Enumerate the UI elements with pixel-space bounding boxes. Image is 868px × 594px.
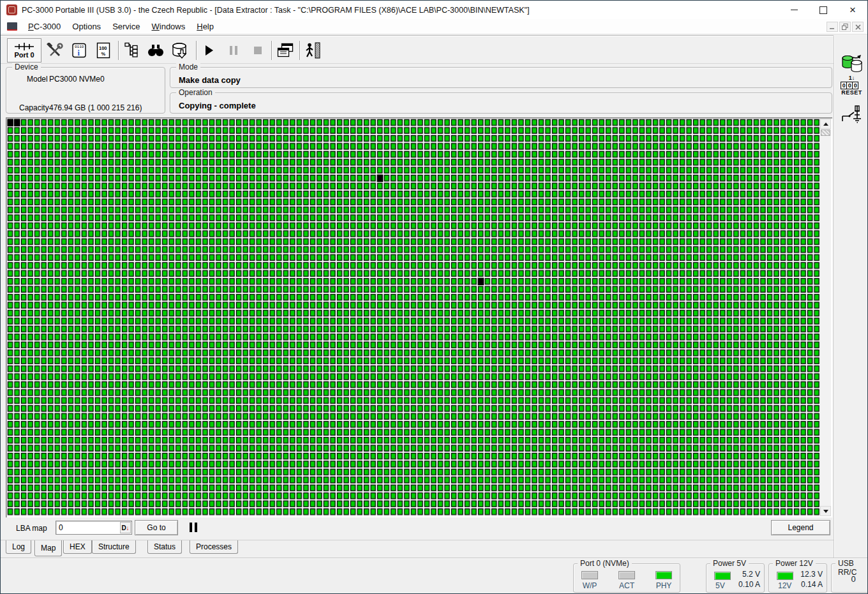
mdi-minimize-icon[interactable] [827,22,838,32]
legend-button-label: Legend [788,523,813,532]
power-12v-led-icon [777,572,793,580]
sector-map-grid[interactable] [7,119,820,519]
goto-button-label: Go to [147,523,165,532]
sector-map-panel[interactable] [6,117,832,517]
exit-icon [304,42,321,59]
log-scroll-icon: 0110 i [71,42,87,59]
view-tabs: LogMapHEXStructureStatusProcesses [1,540,834,556]
mdi-restore-icon[interactable] [839,22,851,32]
operation-value: Copying - complete [179,101,256,110]
app-window: PC-3000 Portable III (USB 3.0) - the Cze… [0,0,868,594]
power-12v-led-label: 12V [778,581,791,590]
port-0-label: Port 0 [14,52,34,59]
power-12v-current: 0.14 A [801,580,823,589]
mdi-document-icon[interactable] [7,22,17,31]
device-group: Device Model PC3000 NVMe0 Capacity 476.9… [6,67,165,114]
start-button[interactable] [197,38,221,63]
led-icon [618,571,635,579]
mode-value: Make data copy [179,75,241,85]
binoculars-icon [147,43,165,57]
port-0-button[interactable]: Port 0 [7,38,41,63]
map-scrollbar[interactable] [820,119,831,516]
port-connector-icon [13,42,35,51]
title-bar: PC-3000 Portable III (USB 3.0) - the Cze… [1,1,867,19]
window-controls: × [779,1,867,19]
percent-doc-icon: 100 % [96,42,111,59]
pause-button[interactable] [221,38,246,63]
close-icon[interactable]: × [838,1,867,19]
statistics-button[interactable]: 100 % [91,38,116,63]
led-icon [655,571,672,579]
tab-processes[interactable]: Processes [190,540,238,554]
scroll-up-icon[interactable] [820,119,831,129]
mode-group: Mode Make data copy [170,67,832,88]
legend-button[interactable]: Legend [771,520,830,535]
mdi-close-icon[interactable] [852,22,864,32]
led-label: W/P [583,581,597,590]
power-5v-led-label: 5V [715,581,725,590]
port-led-wp: W/P [581,571,598,590]
led-icon [581,571,598,579]
tab-status[interactable]: Status [147,540,182,554]
port-led-phy: PHY [655,571,672,590]
status-bar: Port 0 (NVMe) W/PACTPHY Power 5V 5V 5.2 … [1,558,868,594]
tools-button[interactable] [43,38,67,63]
exit-button[interactable] [301,38,325,63]
stop-button[interactable] [246,38,270,63]
lba-map-label: LBA map [16,524,47,533]
port-status-group: Port 0 (NVMe) W/PACTPHY [573,563,680,593]
scrollbar-thumb[interactable] [821,130,830,136]
tab-hex[interactable]: HEX [63,540,92,554]
power-switch-button[interactable] [834,103,868,125]
window-title: PC-3000 Portable III (USB 3.0) - the Cze… [22,6,529,15]
tab-log[interactable]: Log [6,540,31,554]
usb-counter-group: USB RR/C 0 [831,563,868,593]
scroll-down-icon[interactable] [820,506,831,516]
power-5v-label: Power 5V [710,559,749,568]
data-export-button[interactable] [168,38,192,63]
red-down-arrow-icon: ↓ [126,524,130,531]
maximize-icon[interactable] [809,1,838,19]
tree-icon [123,42,140,59]
main-toolbar: Port 0 0110 i 100 % [1,36,834,64]
pause-icon [229,45,238,56]
model-label: Model [27,75,48,84]
power-5v-current: 0.10 A [738,580,760,589]
menu-bar: PC-3000OptionsServiceWindowsHelp [1,19,867,34]
stop-icon [253,46,262,55]
lba-dropdown-label: D [121,524,126,531]
operation-group-label: Operation [176,88,215,97]
power-5v-voltage: 5.2 V [742,570,760,579]
goto-button[interactable]: Go to [135,520,178,535]
windows-cascade-button[interactable] [273,38,297,63]
pause-indicator-icon [190,523,197,532]
power-12v-voltage: 12.3 V [800,570,823,579]
copy-data-button[interactable] [834,52,868,74]
database-arrow-icon [170,42,190,59]
menu-item-service[interactable]: Service [107,20,146,33]
app-icon [6,4,17,15]
menu-items: PC-3000OptionsServiceWindowsHelp [22,20,220,33]
lba-dropdown-button[interactable]: D↓ [120,522,131,533]
log-button[interactable]: 0110 i [67,38,91,63]
port-status-label: Port 0 (NVMe) [578,559,632,568]
lba-input[interactable]: 0 D↓ [56,521,132,535]
tab-structure[interactable]: Structure [92,540,136,554]
menu-item-options[interactable]: Options [66,20,107,33]
reset-counter-button[interactable]: 1↓ 000 RESET [834,75,868,96]
power-5v-led-icon [714,572,731,580]
find-button[interactable] [144,38,168,63]
capacity-label: Capacity [19,103,49,112]
menu-item-help[interactable]: Help [191,20,220,33]
minimize-icon[interactable] [779,1,809,19]
menu-item-pc-3000[interactable]: PC-3000 [22,20,66,33]
model-value: PC3000 NVMe0 [49,75,105,84]
mode-group-label: Mode [176,63,200,71]
right-tool-panel: 1↓ 000 RESET [834,36,868,559]
tab-map[interactable]: Map [34,540,62,556]
usb-counter-value: 0 [832,574,868,584]
structure-button[interactable] [119,38,144,63]
power-5v-group: Power 5V 5V 5.2 V 0.10 A [706,563,765,593]
play-icon [204,45,214,56]
menu-item-windows[interactable]: Windows [146,20,191,33]
